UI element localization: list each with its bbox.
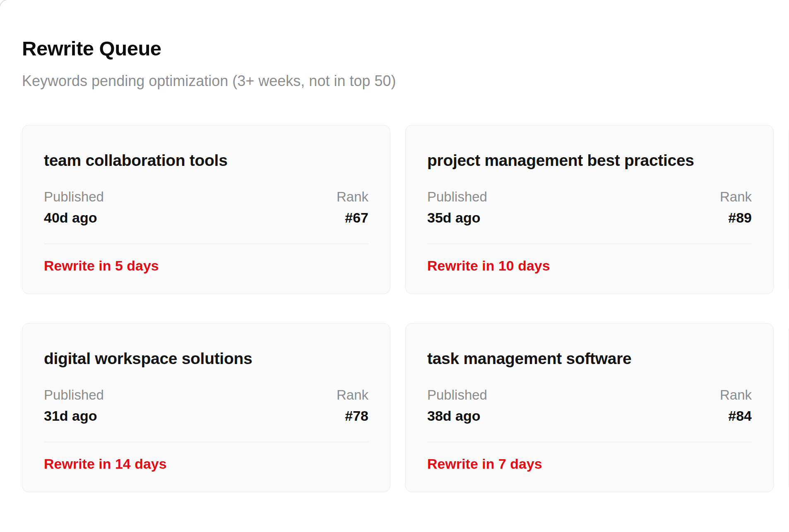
card-divider	[44, 244, 368, 244]
published-label: Published	[44, 188, 104, 205]
published-column: Published 35d ago	[427, 188, 487, 226]
card-meta-row: Published 38d ago Rank #84	[427, 386, 752, 424]
rank-label: Rank	[337, 386, 368, 403]
card-meta-row: Published 40d ago Rank #67	[44, 188, 368, 226]
published-value: 38d ago	[427, 407, 487, 424]
rewrite-countdown: Rewrite in 10 days	[427, 257, 752, 274]
rank-label: Rank	[720, 188, 752, 205]
rewrite-countdown: Rewrite in 7 days	[427, 455, 752, 472]
rank-label: Rank	[720, 386, 752, 403]
published-column: Published 40d ago	[44, 188, 104, 226]
card-meta-row: Published 31d ago Rank #78	[44, 386, 368, 424]
keyword-title: digital workspace solutions	[44, 349, 368, 368]
rank-column: Rank #84	[720, 386, 752, 424]
card-meta-row: Published 35d ago Rank #89	[427, 188, 752, 226]
published-label: Published	[44, 386, 104, 403]
rank-column: Rank #67	[337, 188, 368, 226]
published-value: 35d ago	[427, 209, 487, 226]
rank-value: #67	[337, 209, 368, 226]
card-divider	[427, 442, 752, 442]
rank-label: Rank	[337, 188, 368, 205]
published-value: 40d ago	[44, 209, 104, 226]
rewrite-countdown: Rewrite in 5 days	[44, 257, 368, 274]
published-label: Published	[427, 188, 487, 205]
keyword-title: task management software	[427, 349, 752, 368]
published-value: 31d ago	[44, 407, 104, 424]
card-divider	[44, 442, 368, 442]
keyword-card[interactable]: task management software Published 38d a…	[405, 323, 774, 492]
rewrite-queue-panel: Rewrite Queue Keywords pending optimizat…	[0, 0, 789, 532]
page-subtitle: Keywords pending optimization (3+ weeks,…	[22, 72, 789, 90]
rank-column: Rank #89	[720, 188, 752, 226]
rewrite-countdown: Rewrite in 14 days	[44, 455, 368, 472]
keyword-title: team collaboration tools	[44, 151, 368, 170]
published-column: Published 38d ago	[427, 386, 487, 424]
rank-value: #78	[337, 407, 368, 424]
rank-value: #84	[720, 407, 752, 424]
rank-value: #89	[720, 209, 752, 226]
rewrite-queue-grid: team collaboration tools Published 40d a…	[22, 125, 789, 492]
rank-column: Rank #78	[337, 386, 368, 424]
published-label: Published	[427, 386, 487, 403]
keyword-card[interactable]: team collaboration tools Published 40d a…	[22, 125, 390, 294]
keyword-card[interactable]: project management best practices Publis…	[405, 125, 774, 294]
page-title: Rewrite Queue	[22, 36, 789, 61]
card-divider	[427, 244, 752, 244]
keyword-card[interactable]: digital workspace solutions Published 31…	[22, 323, 390, 492]
published-column: Published 31d ago	[44, 386, 104, 424]
keyword-title: project management best practices	[427, 151, 752, 170]
